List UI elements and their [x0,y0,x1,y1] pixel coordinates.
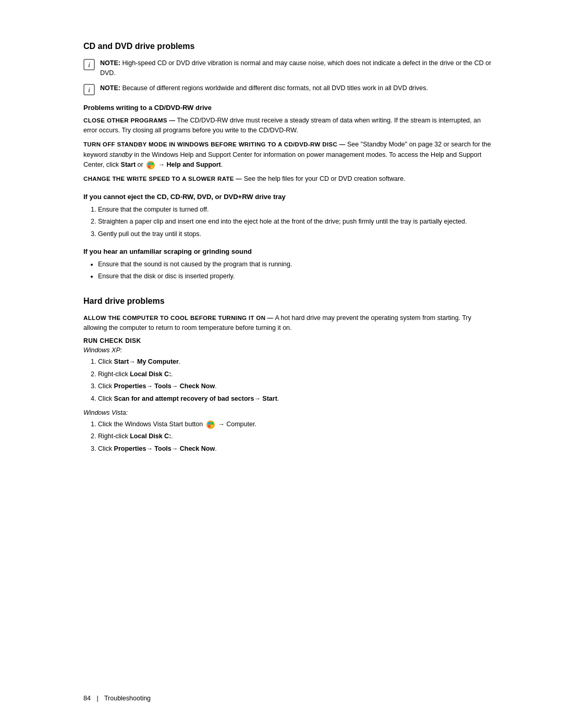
xp-step-3: Click Properties→ Tools→ Check Now. [98,381,495,391]
svg-text:i: i [88,86,90,94]
allow-cool-para: Allow the computer to cool before turnin… [83,313,495,334]
note-text-1: NOTE: High-speed CD or DVD drive vibrati… [100,58,495,78]
svg-rect-13 [211,425,213,427]
svg-rect-11 [211,422,213,425]
note-block-2: i NOTE: Because of different regions wor… [83,83,495,95]
vista-step-2: Right-click Local Disk C:. [98,431,495,441]
scraping-bullet-1: Ensure that the sound is not caused by t… [98,260,495,269]
windows-xp-steps: Click Start→ My Computer. Right-click Lo… [98,357,495,404]
hard-drive-section: Hard drive problems Allow the computer t… [83,297,495,454]
change-write-speed-para: Change the write speed to a slower rate … [83,174,495,184]
vista-step-3: Click Properties→ Tools→ Check Now. [98,444,495,454]
svg-rect-10 [208,422,211,425]
xp-step-2: Right-click Local Disk C:. [98,369,495,379]
svg-point-9 [206,421,215,429]
footer-section: Troubleshooting [104,695,151,702]
eject-step-1: Ensure that the computer is turned off. [98,205,495,215]
footer-separator: | [96,695,98,702]
hard-drive-title: Hard drive problems [83,297,495,306]
eject-title: If you cannot eject the CD, CD-RW, DVD, … [83,193,495,201]
scraping-title: If you hear an unfamiliar scraping or gr… [83,248,495,255]
run-check-disk-label: Run Check Disk [83,337,495,344]
turn-off-standby-para: Turn off standby mode in Windows before … [83,140,495,170]
windows-xp-label: Windows XP: [83,347,495,354]
windows-vista-steps: Click the Windows Vista Start button → C… [98,419,495,454]
close-other-para: Close other programs — The CD/DVD-RW dri… [83,116,495,136]
svg-rect-6 [151,163,154,165]
page: CD and DVD drive problems i NOTE: High-s… [0,0,563,728]
scraping-bullets: Ensure that the sound is not caused by t… [98,260,495,282]
scraping-bullet-2: Ensure that the disk or disc is inserted… [98,272,495,281]
note-text-2: NOTE: Because of different regions world… [100,83,495,93]
svg-rect-7 [148,165,151,168]
eject-steps: Ensure that the computer is turned off. … [98,205,495,239]
xp-step-1: Click Start→ My Computer. [98,357,495,367]
vista-step-1-suffix: → Computer. [218,421,256,428]
xp-step-4: Click Scan for and attempt recovery of b… [98,394,495,404]
windows-icon-inline-1 [146,161,155,170]
change-write-speed-label: Change the write speed to a slower rate … [83,176,242,182]
svg-rect-5 [148,163,151,165]
writing-title: Problems writing to a CD/DVD-RW drive [83,104,495,112]
close-other-label: Close other programs — [83,117,175,124]
eject-step-2: Straighten a paper clip and insert one e… [98,217,495,227]
change-write-speed-text: See the help files for your CD or DVD cr… [244,175,406,182]
note-label-1: NOTE: [100,59,120,67]
note-icon-2: i [83,84,95,95]
allow-cool-label: Allow the computer to cool before turnin… [83,315,274,321]
note-label-2: NOTE: [100,84,120,92]
turn-off-standby-label: Turn off standby mode in Windows before … [83,141,346,147]
footer-page-number: 84 [83,695,91,702]
svg-text:i: i [88,61,90,69]
cd-dvd-title: CD and DVD drive problems [83,42,495,51]
windows-vista-label: Windows Vista: [83,409,495,416]
svg-rect-12 [208,425,211,427]
windows-icon-inline-2 [206,420,215,429]
turn-off-standby-suffix: → Help and Support. [158,161,223,168]
vista-step-1: Click the Windows Vista Start button → C… [98,419,495,429]
svg-rect-8 [151,165,154,168]
note-icon-1: i [83,59,95,70]
page-footer: 84 | Troubleshooting [83,695,151,702]
note-block-1: i NOTE: High-speed CD or DVD drive vibra… [83,58,495,78]
eject-step-3: Gently pull out the tray until it stops. [98,229,495,239]
svg-point-4 [146,161,155,169]
